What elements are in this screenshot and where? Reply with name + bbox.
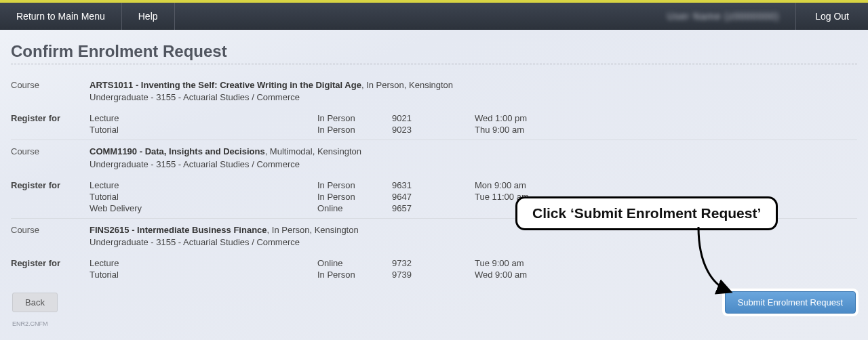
table-row: LectureOnline9732Tue 9:00 am: [90, 257, 576, 269]
register-label: Register for: [11, 257, 90, 268]
class-table: LectureIn Person9021Wed 1:00 pmTutorialI…: [90, 112, 576, 135]
class-type: Tutorial: [90, 191, 317, 203]
class-mode: In Person: [317, 179, 392, 191]
course-subline: Undergraduate - 3155 - Actuarial Studies…: [90, 159, 300, 169]
class-mode: In Person: [317, 269, 392, 280]
table-row: TutorialIn Person9739Wed 9:00 am: [90, 269, 576, 280]
course-subline: Undergraduate - 3155 - Actuarial Studies…: [90, 237, 300, 247]
register-row: Register forLectureIn Person9021Wed 1:00…: [11, 112, 857, 135]
class-number: 9657: [392, 203, 475, 214]
nav-logout[interactable]: Log Out: [795, 3, 868, 30]
course-title-bold: COMM1190 - Data, Insights and Decisions: [90, 146, 265, 156]
course-header-row: CourseFINS2615 - Intermediate Business F…: [11, 224, 857, 255]
course-title-bold: FINS2615 - Intermediate Business Finance: [90, 225, 267, 235]
course-title-rest: , Multimodal, Kensington: [265, 146, 361, 156]
register-row: Register forLectureOnline9732Tue 9:00 am…: [11, 257, 857, 280]
submit-enrolment-button[interactable]: Submit Enrolment Request: [725, 291, 856, 314]
class-mode: Online: [317, 257, 392, 269]
nav-spacer: [175, 3, 651, 30]
nav-return-main[interactable]: Return to Main Menu: [0, 3, 122, 30]
class-number: 9023: [392, 124, 475, 135]
class-time: Tue 11:00 am: [475, 191, 576, 203]
class-type: Web Delivery: [90, 203, 317, 214]
main-content: Confirm Enrolment Request CourseARTS1011…: [0, 30, 868, 334]
class-time: Wed 1:00 pm: [475, 112, 576, 124]
register-row: Register forLectureIn Person9631Mon 9:00…: [11, 179, 857, 214]
class-number: 9021: [392, 112, 475, 124]
course-block: CourseARTS1011 - Inventing the Self: Cre…: [11, 79, 857, 135]
course-title: COMM1190 - Data, Insights and Decisions,…: [90, 146, 361, 170]
class-number: 9647: [392, 191, 475, 203]
class-time: Mon 9:00 am: [475, 179, 576, 191]
course-label: Course: [11, 146, 90, 156]
course-label: Course: [11, 79, 90, 90]
table-row: LectureIn Person9631Mon 9:00 am: [90, 179, 576, 191]
class-number: 9631: [392, 179, 475, 191]
class-type: Lecture: [90, 179, 317, 191]
course-title-rest: , In Person, Kensington: [361, 80, 453, 90]
course-subline: Undergraduate - 3155 - Actuarial Studies…: [90, 92, 300, 102]
top-nav: Return to Main Menu Help User Name (z000…: [0, 3, 868, 30]
back-button[interactable]: Back: [12, 293, 58, 312]
class-type: Tutorial: [90, 124, 317, 135]
class-time: [475, 203, 576, 214]
class-number: 9732: [392, 257, 475, 269]
class-time: Wed 9:00 am: [475, 269, 576, 280]
course-title-rest: , In Person, Kensington: [267, 225, 359, 235]
class-mode: In Person: [317, 112, 392, 124]
class-table: LectureOnline9732Tue 9:00 amTutorialIn P…: [90, 257, 576, 280]
course-block: CourseFINS2615 - Intermediate Business F…: [11, 218, 857, 280]
class-number: 9739: [392, 269, 475, 280]
class-mode: In Person: [317, 124, 392, 135]
course-label: Course: [11, 224, 90, 235]
page-code: ENR2.CNFM: [12, 320, 857, 327]
table-row: LectureIn Person9021Wed 1:00 pm: [90, 112, 576, 124]
course-title: ARTS1011 - Inventing the Self: Creative …: [90, 79, 453, 104]
class-type: Lecture: [90, 112, 317, 124]
class-time: Thu 9:00 am: [475, 124, 576, 135]
course-header-row: CourseARTS1011 - Inventing the Self: Cre…: [11, 79, 857, 110]
class-mode: Online: [317, 203, 392, 214]
register-label: Register for: [11, 179, 90, 190]
class-mode: In Person: [317, 191, 392, 203]
footer-bar: Back Submit Enrolment Request: [11, 291, 857, 314]
class-time: Tue 9:00 am: [475, 257, 576, 269]
nav-help[interactable]: Help: [122, 3, 175, 30]
table-row: TutorialIn Person9023Thu 9:00 am: [90, 124, 576, 135]
nav-user-blurred: User Name (z0000000): [651, 3, 796, 30]
course-header-row: CourseCOMM1190 - Data, Insights and Deci…: [11, 146, 857, 177]
register-label: Register for: [11, 112, 90, 123]
class-type: Lecture: [90, 257, 317, 269]
table-row: TutorialIn Person9647Tue 11:00 am: [90, 191, 576, 203]
course-list: CourseARTS1011 - Inventing the Self: Cre…: [11, 79, 857, 280]
class-type: Tutorial: [90, 269, 317, 280]
course-block: CourseCOMM1190 - Data, Insights and Deci…: [11, 140, 857, 213]
course-title: FINS2615 - Intermediate Business Finance…: [90, 224, 359, 249]
class-table: LectureIn Person9631Mon 9:00 amTutorialI…: [90, 179, 576, 214]
table-row: Web DeliveryOnline9657: [90, 203, 576, 214]
course-title-bold: ARTS1011 - Inventing the Self: Creative …: [90, 80, 361, 90]
page-title: Confirm Enrolment Request: [11, 42, 857, 64]
